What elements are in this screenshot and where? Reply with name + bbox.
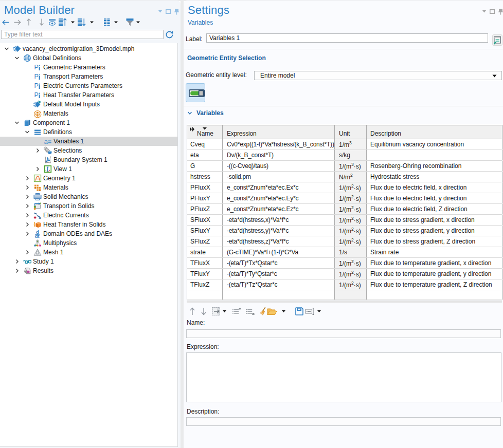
svg-text:P: P — [34, 64, 39, 71]
svg-text:P: P — [34, 82, 39, 89]
svg-text:a: a — [44, 138, 48, 145]
svg-text:dt: dt — [35, 233, 40, 238]
svg-text:P: P — [34, 91, 39, 99]
svg-text:P: P — [34, 73, 39, 80]
